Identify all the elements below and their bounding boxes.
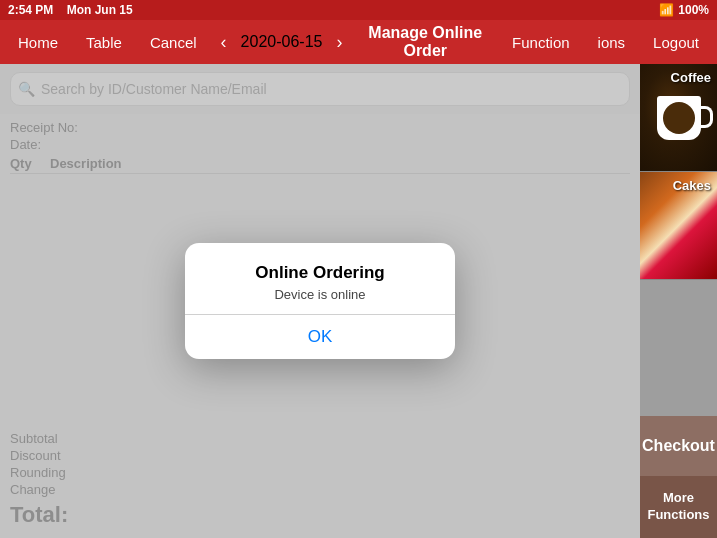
nav-title: Manage Online Order (356, 24, 494, 60)
right-panel: Coffee Cakes Checkout MoreFunctions (640, 64, 717, 538)
next-date-button[interactable]: › (330, 28, 348, 57)
cancel-button[interactable]: Cancel (140, 30, 207, 55)
ions-button[interactable]: ions (588, 30, 636, 55)
nav-bar: Home Table Cancel ‹ 2020-06-15 › Manage … (0, 20, 717, 64)
dialog-message: Device is online (201, 287, 439, 302)
category-coffee[interactable]: Coffee (640, 64, 717, 172)
home-button[interactable]: Home (8, 30, 68, 55)
left-panel: 🔍 Receipt No: Date: Qty Description Subt… (0, 64, 640, 538)
table-button[interactable]: Table (76, 30, 132, 55)
checkout-button[interactable]: Checkout (640, 416, 717, 476)
dialog-body: Online Ordering Device is online (185, 243, 455, 314)
battery-text: 100% (678, 3, 709, 17)
status-bar: 2:54 PM Mon Jun 15 📶 100% (0, 0, 717, 20)
modal-overlay: Online Ordering Device is online OK (0, 64, 640, 538)
nav-date: 2020-06-15 (241, 33, 323, 51)
coffee-label: Coffee (671, 70, 711, 85)
more-functions-button[interactable]: MoreFunctions (640, 476, 717, 538)
status-bar-right: 📶 100% (659, 3, 709, 17)
logout-button[interactable]: Logout (643, 30, 709, 55)
function-button[interactable]: Function (502, 30, 580, 55)
coffee-cup-icon (657, 96, 701, 140)
status-time: 2:54 PM Mon Jun 15 (8, 3, 133, 17)
category-cakes[interactable]: Cakes (640, 172, 717, 280)
dialog-title: Online Ordering (201, 263, 439, 283)
wifi-icon: 📶 (659, 3, 674, 17)
more-functions-label: MoreFunctions (647, 490, 709, 524)
right-spacer (640, 280, 717, 416)
cakes-label: Cakes (673, 178, 711, 193)
dialog-ok-button[interactable]: OK (185, 315, 455, 359)
main-layout: 🔍 Receipt No: Date: Qty Description Subt… (0, 64, 717, 538)
prev-date-button[interactable]: ‹ (215, 28, 233, 57)
dialog: Online Ordering Device is online OK (185, 243, 455, 359)
